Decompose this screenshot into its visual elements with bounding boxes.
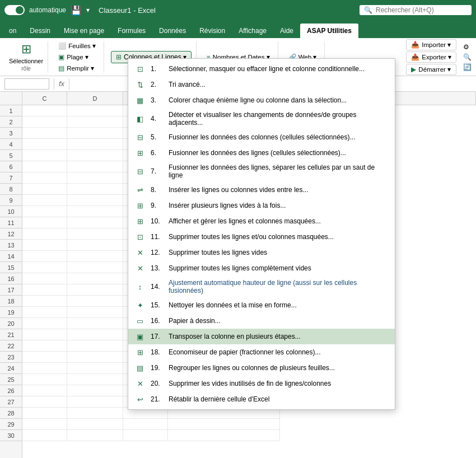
tab-formules[interactable]: Formules	[111, 24, 152, 38]
menu-item-11[interactable]: ⊡11.Supprimer toutes les lignes et/ou co…	[128, 229, 395, 245]
cell-20-0[interactable]	[22, 318, 67, 329]
cell-3-0[interactable]	[22, 128, 67, 139]
cell-20-1[interactable]	[67, 318, 123, 329]
tab-aide[interactable]: Aide	[273, 24, 300, 38]
cell-30-2[interactable]	[123, 430, 168, 441]
menu-item-10[interactable]: ⊞10.Afficher et gérer les lignes et colo…	[128, 213, 395, 229]
menu-item-9[interactable]: ⊞9.Insérer plusieurs lignes vides à la f…	[128, 198, 395, 213]
cell-30-3[interactable]	[168, 430, 280, 441]
menu-item-7[interactable]: ⊟7.Fusionner les données des lignes, sép…	[128, 161, 395, 182]
cell-2-0[interactable]	[22, 116, 67, 128]
cell-18-0[interactable]	[22, 296, 67, 307]
cell-13-1[interactable]	[67, 240, 123, 251]
cell-16-0[interactable]	[22, 273, 67, 284]
cell-7-1[interactable]	[67, 172, 123, 184]
menu-item-8[interactable]: ⇌8.Insérer les lignes ou colonnes vides …	[128, 182, 395, 198]
search-icon2[interactable]: 🔍	[463, 53, 472, 61]
cell-18-1[interactable]	[67, 296, 123, 307]
exporter-btn[interactable]: 📤 Exporter ▾	[406, 52, 456, 63]
menu-item-21[interactable]: ↩21.Rétablir la dernière cellule d'Excel	[128, 391, 395, 407]
menu-item-20[interactable]: ✕20.Supprimer les vides inutilisés de fi…	[128, 376, 395, 391]
cell-6-1[interactable]	[67, 161, 123, 172]
cell-9-0[interactable]	[22, 195, 67, 206]
cell-2-1[interactable]	[67, 116, 123, 128]
cell-5-0[interactable]	[22, 150, 67, 161]
menu-item-2[interactable]: ⇅2.Tri avancé...	[128, 77, 395, 92]
menu-item-3[interactable]: ▦3.Colorer chaque énième ligne ou colonn…	[128, 92, 395, 108]
cell-29-3[interactable]	[168, 419, 280, 430]
menu-item-14[interactable]: ↕14.Ajustement automatique hauteur de li…	[128, 276, 395, 297]
auto-toggle[interactable]	[4, 5, 25, 15]
cell-25-1[interactable]	[67, 374, 123, 385]
save-icon[interactable]: 💾	[71, 5, 82, 16]
menu-item-6[interactable]: ⊞6.Fusionner les données des lignes (cel…	[128, 145, 395, 161]
cell-11-1[interactable]	[67, 217, 123, 228]
cell-10-1[interactable]	[67, 206, 123, 217]
menu-item-19[interactable]: ▤19.Regrouper les lignes ou colonnes de …	[128, 360, 395, 376]
search-input[interactable]	[376, 6, 467, 14]
cell-27-0[interactable]	[22, 396, 67, 408]
undo-icon[interactable]: ▾	[86, 6, 90, 14]
cell-28-0[interactable]	[22, 408, 67, 419]
menu-item-13[interactable]: ✕13.Supprimer toutes les lignes complète…	[128, 260, 395, 276]
cell-14-0[interactable]	[22, 251, 67, 262]
col-header-c[interactable]: C	[22, 92, 67, 105]
name-box[interactable]	[4, 78, 49, 90]
cell-12-0[interactable]	[22, 228, 67, 240]
cell-12-1[interactable]	[67, 228, 123, 240]
importer-btn[interactable]: 📥 Importer ▾	[406, 39, 456, 50]
cell-29-2[interactable]	[123, 419, 168, 430]
cell-19-1[interactable]	[67, 307, 123, 318]
cell-22-0[interactable]	[22, 340, 67, 352]
feuilles-btn[interactable]: ⬜ Feuilles ▾	[55, 41, 99, 51]
cell-8-1[interactable]	[67, 184, 123, 195]
cell-15-1[interactable]	[67, 262, 123, 273]
cell-6-0[interactable]	[22, 161, 67, 172]
cell-17-1[interactable]	[67, 284, 123, 296]
cell-3-1[interactable]	[67, 128, 123, 139]
menu-item-5[interactable]: ⊟5.Fusionner les données des colonnes (c…	[128, 129, 395, 145]
cell-21-1[interactable]	[67, 329, 123, 340]
cell-11-0[interactable]	[22, 217, 67, 228]
cell-9-1[interactable]	[67, 195, 123, 206]
cell-23-1[interactable]	[67, 352, 123, 363]
tab-asap[interactable]: ASAP Utilities	[300, 24, 358, 38]
cell-7-0[interactable]	[22, 172, 67, 184]
cell-25-0[interactable]	[22, 374, 67, 385]
cell-16-1[interactable]	[67, 273, 123, 284]
cell-14-1[interactable]	[67, 251, 123, 262]
cell-23-0[interactable]	[22, 352, 67, 363]
cell-4-1[interactable]	[67, 139, 123, 150]
cell-8-0[interactable]	[22, 184, 67, 195]
tab-dessin[interactable]: Dessin	[23, 24, 57, 38]
select-btn[interactable]: Sélectionner	[9, 58, 43, 64]
cell-1-1[interactable]	[67, 105, 123, 116]
menu-item-1[interactable]: ⊡1.Sélectionner, masquer ou effacer lign…	[128, 61, 395, 77]
refresh-icon[interactable]: 🔄	[463, 63, 472, 71]
menu-item-16[interactable]: ▭16.Papier à dessin...	[128, 313, 395, 329]
cell-15-0[interactable]	[22, 262, 67, 273]
cell-10-0[interactable]	[22, 206, 67, 217]
cell-4-0[interactable]	[22, 139, 67, 150]
cell-24-1[interactable]	[67, 363, 123, 374]
cell-19-0[interactable]	[22, 307, 67, 318]
cell-21-0[interactable]	[22, 329, 67, 340]
menu-item-18[interactable]: ⊞18.Economiseur de papier (fractionner l…	[128, 344, 395, 360]
menu-item-4[interactable]: ◧4.Détecter et visualiser les changement…	[128, 108, 395, 129]
tab-on[interactable]: on	[2, 24, 23, 38]
cell-30-1[interactable]	[67, 430, 123, 441]
cell-27-1[interactable]	[67, 396, 123, 408]
tab-revision[interactable]: Révision	[193, 24, 232, 38]
cell-29-1[interactable]	[67, 419, 123, 430]
cell-26-1[interactable]	[67, 385, 123, 396]
remplir-btn[interactable]: ▤ Remplir ▾	[55, 63, 97, 73]
menu-item-17[interactable]: ▣17.Transposer la colonne en plusieurs é…	[128, 329, 395, 344]
cell-17-0[interactable]	[22, 284, 67, 296]
cell-24-0[interactable]	[22, 363, 67, 374]
cell-29-0[interactable]	[22, 419, 67, 430]
tab-affichage[interactable]: Affichage	[232, 24, 273, 38]
cell-5-1[interactable]	[67, 150, 123, 161]
cell-22-1[interactable]	[67, 340, 123, 352]
cog-icon[interactable]: ⚙	[463, 43, 472, 51]
cell-28-1[interactable]	[67, 408, 123, 419]
